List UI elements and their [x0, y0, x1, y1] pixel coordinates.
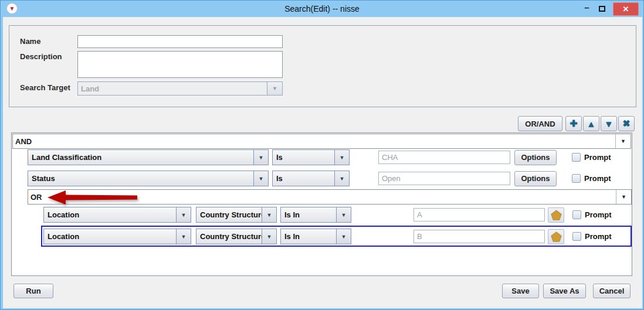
- criteria-panel: AND ▼ Land Classification ▼ Is ▼ Options…: [11, 132, 632, 276]
- value-input[interactable]: [413, 230, 545, 243]
- titlebar: ▼ Search(Edit) -- nisse – ✕: [1, 1, 643, 17]
- name-input[interactable]: [77, 35, 283, 48]
- description-label: Description: [20, 52, 62, 61]
- move-up-button[interactable]: ▲: [583, 116, 599, 131]
- prompt-label: Prompt: [584, 153, 611, 162]
- chevron-down-icon: ▼: [336, 207, 351, 222]
- operator-value: Is: [273, 153, 334, 162]
- run-button[interactable]: Run: [13, 284, 53, 298]
- delete-criteria-button[interactable]: ✖: [618, 116, 635, 131]
- value-input[interactable]: [413, 208, 545, 222]
- pentagon-icon: [551, 210, 562, 220]
- criteria-row-selected: Location ▼ Country Structure ▼ Is In ▼: [43, 229, 612, 244]
- root-operator-value: AND: [13, 137, 615, 146]
- operator-select[interactable]: Is In ▼: [280, 207, 351, 223]
- operator-value: Is In: [281, 210, 336, 219]
- window-controls: – ✕: [579, 1, 639, 17]
- chevron-down-icon: ▼: [262, 229, 276, 244]
- prompt-checkbox[interactable]: [572, 153, 581, 162]
- field-select[interactable]: Location ▼: [43, 229, 191, 244]
- field-value: Location: [44, 210, 176, 219]
- chevron-down-icon: ▼: [615, 134, 631, 148]
- field-select[interactable]: Status ▼: [28, 171, 269, 186]
- chevron-down-icon: ▼: [334, 171, 349, 186]
- field-select[interactable]: Land Classification ▼: [28, 149, 269, 165]
- x-icon: ✖: [623, 118, 631, 129]
- chevron-down-icon: ▼: [176, 229, 191, 244]
- lookup-button[interactable]: [548, 229, 564, 244]
- criteria-row: Status ▼ Is ▼ Options Prompt: [28, 171, 611, 186]
- group-operator-select[interactable]: OR ▼: [28, 189, 632, 205]
- move-down-button[interactable]: ▼: [601, 116, 617, 131]
- operator-value: Is In: [281, 232, 336, 241]
- save-button[interactable]: Save: [502, 284, 539, 298]
- operator-select[interactable]: Is ▼: [272, 149, 350, 165]
- options-button[interactable]: Options: [514, 171, 557, 186]
- prompt-label: Prompt: [585, 210, 612, 219]
- value-input[interactable]: [378, 151, 510, 164]
- triangle-up-icon: ▲: [587, 119, 596, 129]
- options-button[interactable]: Options: [514, 150, 557, 165]
- qualifier-value: Country Structure: [196, 210, 262, 219]
- chevron-down-icon: ▼: [176, 207, 191, 222]
- value-input[interactable]: [378, 172, 510, 185]
- footer-right: Save Save As Cancel: [502, 284, 631, 298]
- operator-select[interactable]: Is ▼: [272, 171, 350, 186]
- prompt-label: Prompt: [585, 232, 612, 241]
- name-label: Name: [20, 37, 40, 46]
- plus-icon: ✚: [570, 118, 578, 129]
- triangle-down-icon: ▼: [605, 119, 614, 129]
- minimize-button[interactable]: –: [579, 2, 594, 16]
- criteria-toolbar: OR/AND ✚ ▲ ▼ ✖: [518, 116, 635, 131]
- field-select[interactable]: Location ▼: [43, 207, 191, 223]
- field-value: Location: [44, 232, 176, 241]
- form-panel: Name Description Search Target Land ▼: [9, 25, 636, 107]
- chevron-down-icon: ▼: [262, 207, 276, 222]
- criteria-row: Location ▼ Country Structure ▼ Is In ▼: [43, 207, 612, 223]
- prompt-checkbox[interactable]: [572, 210, 581, 219]
- prompt-checkbox[interactable]: [572, 232, 581, 241]
- qualifier-select[interactable]: Country Structure ▼: [196, 229, 277, 244]
- app-icon: ▼: [6, 3, 18, 14]
- cancel-button[interactable]: Cancel: [593, 284, 631, 298]
- save-as-button[interactable]: Save As: [543, 284, 586, 298]
- chevron-down-icon: ▼: [253, 150, 268, 165]
- prompt-label: Prompt: [584, 174, 611, 183]
- search-edit-dialog: ▼ Search(Edit) -- nisse – ✕ Name Descrip…: [0, 0, 644, 310]
- dialog-content: Name Description Search Target Land ▼ OR…: [3, 17, 642, 308]
- qualifier-value: Country Structure: [196, 232, 262, 241]
- chevron-down-icon: ▼: [336, 229, 351, 244]
- maximize-icon: [599, 6, 605, 12]
- operator-select[interactable]: Is In ▼: [280, 229, 351, 244]
- chevron-down-icon: ▼: [616, 190, 631, 204]
- chevron-down-icon: ▼: [267, 82, 282, 95]
- search-target-label: Search Target: [20, 83, 70, 92]
- prompt-checkbox[interactable]: [572, 174, 581, 183]
- lookup-button[interactable]: [548, 207, 564, 223]
- maximize-button[interactable]: [594, 4, 609, 14]
- chevron-down-icon: ▼: [253, 171, 268, 186]
- footer-left: Run: [13, 284, 53, 298]
- chevron-down-icon: ▼: [334, 150, 349, 165]
- app-logo-mark-icon: ▼: [9, 6, 15, 12]
- add-criteria-button[interactable]: ✚: [565, 116, 582, 131]
- qualifier-select[interactable]: Country Structure ▼: [196, 207, 277, 223]
- or-and-button[interactable]: OR/AND: [518, 116, 562, 131]
- field-value: Land Classification: [28, 153, 253, 162]
- operator-value: Is: [273, 174, 334, 183]
- search-target-select[interactable]: Land ▼: [77, 81, 283, 96]
- field-value: Status: [28, 174, 253, 183]
- group-operator-value: OR: [28, 193, 616, 202]
- window-title: Search(Edit) -- nisse: [1, 4, 643, 13]
- close-button[interactable]: ✕: [613, 2, 639, 16]
- root-operator-select[interactable]: AND ▼: [12, 134, 631, 149]
- description-input[interactable]: [77, 51, 283, 78]
- pentagon-icon: [551, 231, 562, 242]
- search-target-value: Land: [78, 84, 267, 93]
- criteria-row: Land Classification ▼ Is ▼ Options Promp…: [28, 149, 611, 165]
